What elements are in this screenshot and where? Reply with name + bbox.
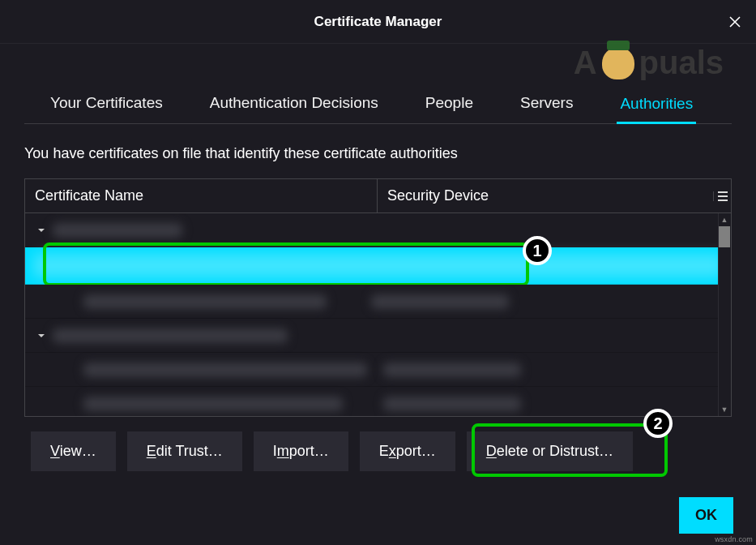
view-button[interactable]: View… bbox=[31, 431, 116, 471]
table-row[interactable] bbox=[25, 285, 731, 319]
certificate-table: Certificate Name Security Device 1 bbox=[24, 178, 732, 417]
redacted-text bbox=[383, 397, 521, 411]
close-button[interactable] bbox=[722, 9, 748, 35]
svg-rect-1 bbox=[718, 195, 728, 197]
ok-button[interactable]: OK bbox=[679, 497, 733, 534]
redacted-text bbox=[53, 328, 288, 343]
annotation-badge-1: 1 bbox=[523, 236, 552, 265]
annotation-badge-2: 2 bbox=[643, 409, 673, 438]
table-header: Certificate Name Security Device bbox=[25, 179, 731, 213]
column-header-security-device[interactable]: Security Device bbox=[378, 179, 713, 212]
tabs: Your Certificates Authentication Decisio… bbox=[24, 84, 732, 124]
tab-people[interactable]: People bbox=[422, 84, 476, 123]
delete-or-distrust-button[interactable]: Delete or Distrust… bbox=[467, 431, 633, 471]
table-group-row[interactable] bbox=[25, 319, 731, 353]
page-subtitle: You have certificates on file that ident… bbox=[0, 124, 756, 170]
close-icon bbox=[729, 16, 741, 28]
table-body: 1 ▲ ▼ bbox=[25, 213, 731, 416]
scroll-up-arrow-icon[interactable]: ▲ bbox=[718, 213, 731, 226]
svg-rect-0 bbox=[718, 191, 728, 193]
dialog-title: Certificate Manager bbox=[314, 14, 442, 30]
dialog-footer: OK bbox=[679, 497, 733, 534]
export-button[interactable]: Export… bbox=[360, 431, 455, 471]
chevron-down-icon[interactable] bbox=[35, 224, 48, 237]
svg-rect-2 bbox=[718, 200, 728, 201]
table-row-selected[interactable]: 1 bbox=[25, 247, 731, 285]
action-buttons-row: View… Edit Trust… Import… Export… Delete… bbox=[0, 417, 756, 471]
edit-trust-button[interactable]: Edit Trust… bbox=[127, 431, 242, 471]
redacted-text bbox=[371, 294, 509, 309]
redacted-text bbox=[83, 294, 327, 309]
column-picker-button[interactable] bbox=[713, 191, 731, 201]
tab-authentication-decisions[interactable]: Authentication Decisions bbox=[207, 84, 382, 123]
dialog-header: Certificate Manager bbox=[0, 0, 756, 44]
scrollbar-vertical[interactable]: ▲ ▼ bbox=[718, 213, 731, 416]
redacted-text bbox=[83, 363, 367, 377]
tab-authorities[interactable]: Authorities bbox=[617, 85, 696, 124]
redacted-text bbox=[33, 254, 723, 277]
column-header-certificate-name[interactable]: Certificate Name bbox=[25, 179, 378, 212]
source-watermark: wsxdn.com bbox=[715, 535, 753, 543]
import-button[interactable]: Import… bbox=[254, 431, 348, 471]
column-picker-icon bbox=[718, 191, 728, 201]
tabs-container: Your Certificates Authentication Decisio… bbox=[0, 44, 756, 124]
scrollbar-thumb[interactable] bbox=[719, 226, 730, 247]
table-group-row[interactable] bbox=[25, 213, 731, 247]
tab-servers[interactable]: Servers bbox=[517, 84, 576, 123]
redacted-text bbox=[83, 397, 343, 411]
redacted-text bbox=[53, 223, 182, 238]
chevron-down-icon[interactable] bbox=[35, 329, 48, 342]
table-row[interactable] bbox=[25, 353, 731, 387]
tab-your-certificates[interactable]: Your Certificates bbox=[47, 84, 166, 123]
table-row[interactable] bbox=[25, 387, 731, 416]
redacted-text bbox=[383, 363, 521, 377]
scroll-down-arrow-icon[interactable]: ▼ bbox=[718, 403, 731, 416]
